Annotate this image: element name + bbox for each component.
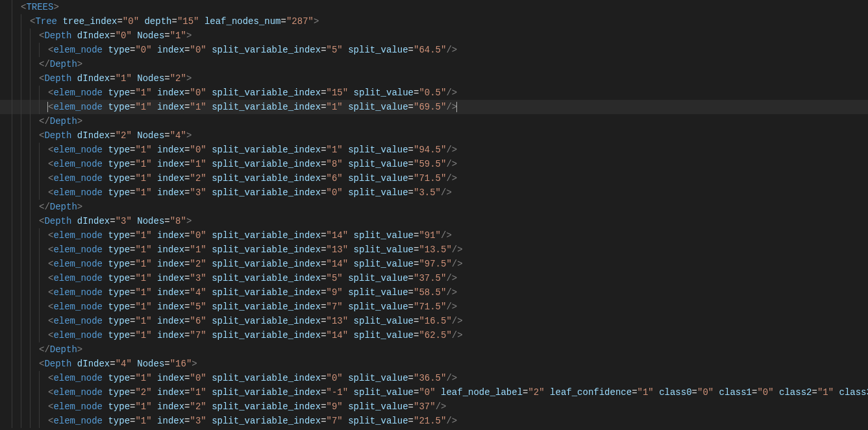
code-line[interactable]: <Depth dIndex="3" Nodes="8">	[0, 214, 868, 228]
code-content: <elem_node type="1" index="4" split_vari…	[48, 287, 457, 298]
code-content: <TREES>	[21, 2, 59, 12]
code-content: <elem_node type="1" index="6" split_vari…	[48, 316, 463, 326]
code-line[interactable]: </Depth>	[0, 342, 868, 357]
code-line[interactable]: <elem_node type="1" index="3" split_vari…	[0, 414, 868, 428]
code-content: </Depth>	[39, 344, 82, 355]
code-line[interactable]: <Tree tree_index="0" depth="15" leaf_nod…	[0, 14, 868, 29]
code-content: <elem_node type="1" index="0" split_vari…	[48, 373, 457, 383]
code-line[interactable]: <elem_node type="1" index="0" split_vari…	[0, 143, 868, 157]
code-content: <Depth dIndex="0" Nodes="1">	[39, 30, 192, 41]
code-line[interactable]: <elem_node type="1" index="1" split_vari…	[0, 243, 868, 257]
code-content: <elem_node type="0" index="0" split_vari…	[48, 45, 457, 55]
code-content: <elem_node type="1" index="1" split_vari…	[48, 102, 457, 112]
code-content: <elem_node type="1" index="2" split_vari…	[48, 259, 463, 269]
code-line[interactable]: <elem_node type="1" index="2" split_vari…	[0, 400, 868, 414]
code-line[interactable]: <elem_node type="1" index="0" split_vari…	[0, 86, 868, 100]
code-line[interactable]: <Depth dIndex="1" Nodes="2">	[0, 71, 868, 86]
code-line[interactable]: <elem_node type="1" index="0" split_vari…	[0, 371, 868, 385]
code-content: <elem_node type="1" index="3" split_vari…	[48, 273, 457, 283]
code-line[interactable]: <elem_node type="1" index="5" split_vari…	[0, 300, 868, 314]
code-line[interactable]: <elem_node type="1" index="0" split_vari…	[0, 228, 868, 243]
code-line[interactable]: <elem_node type="1" index="4" split_vari…	[0, 285, 868, 300]
code-line[interactable]: <elem_node type="1" index="2" split_vari…	[0, 257, 868, 271]
code-line[interactable]: <elem_node type="1" index="6" split_vari…	[0, 314, 868, 328]
code-line[interactable]: </Depth>	[0, 114, 868, 128]
code-content: </Depth>	[39, 59, 82, 69]
code-line[interactable]: <elem_node type="1" index="3" split_vari…	[0, 271, 868, 285]
code-content: <Depth dIndex="4" Nodes="16">	[39, 359, 197, 369]
code-line[interactable]: <elem_node type="2" index="1" split_vari…	[0, 385, 868, 400]
code-content: </Depth>	[39, 202, 82, 212]
code-line[interactable]: <Depth dIndex="0" Nodes="1">	[0, 29, 868, 43]
code-content: <Tree tree_index="0" depth="15" leaf_nod…	[30, 16, 319, 27]
code-content: <elem_node type="1" index="0" split_vari…	[48, 88, 457, 98]
code-line[interactable]: </Depth>	[0, 57, 868, 71]
code-line[interactable]: <elem_node type="1" index="2" split_vari…	[0, 171, 868, 185]
code-content: <elem_node type="1" index="5" split_vari…	[48, 302, 457, 312]
code-line[interactable]: <elem_node type="1" index="1" split_vari…	[0, 157, 868, 171]
code-line[interactable]: <elem_node type="1" index="1" split_vari…	[0, 100, 868, 114]
code-content: <elem_node type="1" index="7" split_vari…	[48, 330, 463, 340]
code-content: <elem_node type="1" index="3" split_vari…	[48, 416, 457, 426]
code-line[interactable]: <elem_node type="1" index="7" split_vari…	[0, 328, 868, 342]
code-content: <elem_node type="1" index="0" split_vari…	[48, 230, 452, 241]
code-line[interactable]: <elem_node type="0" index="0" split_vari…	[0, 43, 868, 57]
code-content: <elem_node type="1" index="1" split_vari…	[48, 159, 457, 169]
code-line[interactable]: <Depth dIndex="2" Nodes="4">	[0, 128, 868, 143]
code-content: <Depth dIndex="2" Nodes="4">	[39, 130, 192, 141]
code-line[interactable]: </Depth>	[0, 200, 868, 214]
code-content: <elem_node type="1" index="3" split_vari…	[48, 187, 452, 198]
code-content: <Depth dIndex="1" Nodes="2">	[39, 73, 192, 84]
code-content: </Depth>	[39, 116, 82, 126]
code-content: <Depth dIndex="3" Nodes="8">	[39, 216, 192, 226]
code-content: <elem_node type="2" index="1" split_vari…	[48, 387, 868, 398]
code-line[interactable]: <elem_node type="1" index="3" split_vari…	[0, 185, 868, 200]
code-line[interactable]: <Depth dIndex="4" Nodes="16">	[0, 357, 868, 371]
code-content: <elem_node type="1" index="2" split_vari…	[48, 401, 446, 412]
code-editor[interactable]: <TREES><Tree tree_index="0" depth="15" l…	[0, 0, 868, 428]
code-content: <elem_node type="1" index="1" split_vari…	[48, 245, 463, 255]
code-content: <elem_node type="1" index="2" split_vari…	[48, 173, 457, 184]
code-content: <elem_node type="1" index="0" split_vari…	[48, 145, 457, 155]
code-line[interactable]: <TREES>	[0, 0, 868, 14]
